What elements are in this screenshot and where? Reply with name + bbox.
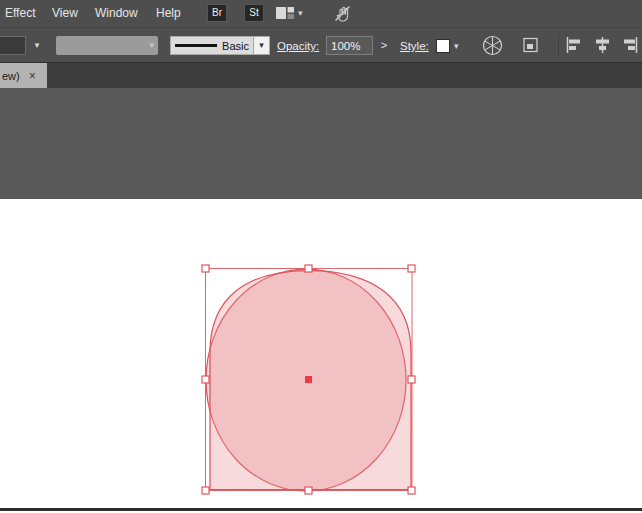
chevron-down-icon: ▾ <box>149 36 154 55</box>
document-tab-strip: ew) × <box>0 62 642 88</box>
window-bottom-edge <box>0 508 642 511</box>
menu-item-effect[interactable]: Effect <box>5 0 35 27</box>
chevron-down-icon: ▾ <box>454 41 459 51</box>
style-dropdown[interactable]: ▾ <box>436 36 459 55</box>
align-horizontal-right-icon[interactable] <box>621 37 638 57</box>
close-icon[interactable]: × <box>29 63 36 89</box>
stroke-weight-chevron-icon[interactable]: ▾ <box>28 36 46 55</box>
align-horizontal-center-icon[interactable] <box>594 37 611 57</box>
style-label[interactable]: Style: <box>400 40 429 52</box>
arrange-documents-icon[interactable] <box>276 6 294 24</box>
stroke-weight-field[interactable] <box>0 36 26 55</box>
brushes-button[interactable]: Br <box>207 4 227 22</box>
width-profile-dropdown[interactable]: ▾ <box>56 36 158 55</box>
recolor-artwork-icon[interactable] <box>481 34 504 61</box>
style-swatch <box>436 39 450 53</box>
touch-icon[interactable] <box>333 4 352 27</box>
control-bar: ▾ ▾ Basic ▾ Opacity: > Style: ▾ <box>0 27 642 62</box>
stroke-line-preview <box>175 44 217 47</box>
menu-bar: Effect View Window Help Br St ▾ <box>0 0 642 27</box>
menu-item-view[interactable]: View <box>52 0 78 27</box>
chevron-down-icon[interactable]: ▾ <box>298 0 303 27</box>
menu-item-help[interactable]: Help <box>156 0 181 27</box>
chevron-down-icon[interactable]: ▾ <box>254 36 270 55</box>
select-similar-objects-icon[interactable] <box>521 36 541 59</box>
menu-item-window[interactable]: Window <box>95 0 138 27</box>
opacity-options-button[interactable]: > <box>375 36 393 55</box>
graphic-styles-button[interactable]: St <box>244 4 264 22</box>
opacity-label[interactable]: Opacity: <box>277 40 319 52</box>
opacity-input[interactable] <box>326 36 373 55</box>
pasteboard[interactable] <box>0 88 642 199</box>
illustrator-window: Effect View Window Help Br St ▾ ▾ ▾ <box>0 0 642 513</box>
separator <box>558 34 559 58</box>
brush-sample: Basic <box>170 36 254 55</box>
brush-definition-value: Basic <box>222 40 249 52</box>
brush-definition-dropdown[interactable]: Basic ▾ <box>170 36 270 55</box>
artboard[interactable] <box>0 199 642 508</box>
align-horizontal-left-icon[interactable] <box>566 37 583 57</box>
document-tab-label: ew) <box>0 70 20 82</box>
document-tab[interactable]: ew) × <box>0 63 47 89</box>
